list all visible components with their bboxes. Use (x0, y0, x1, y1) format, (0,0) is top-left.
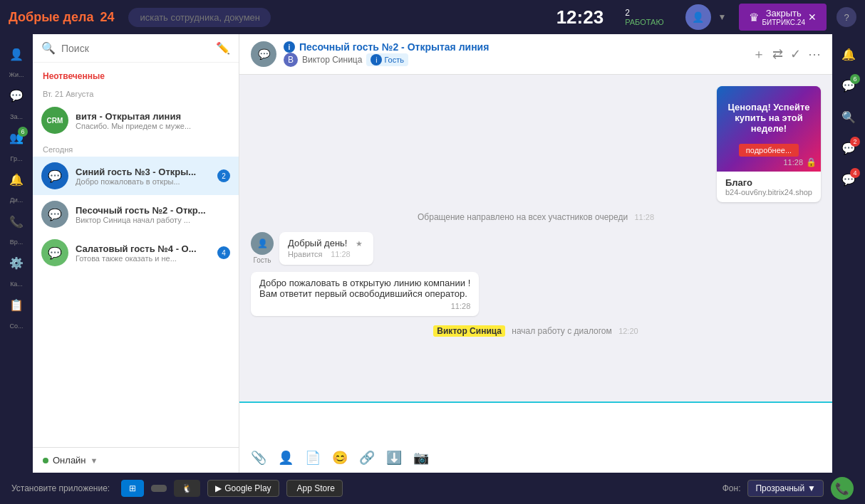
chat-preview-peschaniy: Виктор Синица начал работу ... (76, 216, 230, 224)
sidebar-item-users[interactable]: 👤 (4, 41, 29, 67)
link-card-body: Благо b24-ouv6ny.bitrix24.shop (717, 172, 821, 202)
chat-name-peschaniy: Песочный гость №2 - Откр... (76, 205, 230, 216)
sidebar-item-groups[interactable]: 👥 6 (4, 125, 29, 151)
bg-label: Фон: (722, 483, 741, 493)
chat-input-toolbar: 📎 👤 📄 😊 🔗 ⬇️ 📷 (251, 446, 821, 466)
chat-preview-vitya: Спасибо. Мы приедем с муже... (76, 122, 230, 130)
message-time-hello: 11:28 (331, 250, 351, 258)
sidebar-label-4: Ди... (10, 196, 24, 204)
app-store-button[interactable]: App Store (286, 480, 343, 497)
global-search-input[interactable] (128, 8, 271, 27)
system-message-operator: Виктор Синица начал работу с диалогом 12… (251, 323, 821, 339)
link-icon[interactable]: 🔗 (359, 450, 375, 466)
sidebar-label-5: Вр... (10, 238, 24, 246)
chat-info-salatoviy: Салатовый гость №4 - О... Готова также о… (76, 243, 210, 263)
right-icon-chat3[interactable]: 💬 4 (836, 167, 861, 192)
help-button[interactable]: ? (836, 7, 856, 27)
chat-preview-salatoviy: Готова также оказать и не... (76, 254, 210, 263)
right-sidebar: 🔔 💬 6 🔍 💬 2 💬 4 (832, 34, 865, 473)
right-badge-2: 2 (850, 137, 860, 147)
guest-info-icon: i (371, 54, 382, 65)
chat-header-actions: ＋ ⇄ ✓ ⋯ (752, 46, 821, 63)
guest-badge: i Гость (366, 53, 408, 66)
link-card-time: 11:28 (783, 158, 803, 167)
chat-item-peschaniy[interactable]: 💬 Песочный гость №2 - Откр... Виктор Син… (33, 195, 239, 233)
right-badge-6: 6 (850, 74, 860, 84)
messages-area: Ценопад! Успейте купить на этой неделе! … (239, 75, 832, 401)
chat-item-vitya[interactable]: CRM витя - Открытая линия Спасибо. Мы пр… (33, 101, 239, 140)
chat-name-vitya: витя - Открытая линия (76, 111, 230, 122)
guest-avatar: 👤 (251, 232, 274, 255)
chat-badge-salatoviy: 4 (217, 246, 230, 259)
download-icon[interactable]: ⬇️ (386, 450, 402, 466)
attach-icon[interactable]: 📎 (251, 450, 266, 466)
linux-app-button[interactable]: 🐧 (174, 480, 200, 497)
mac-app-button[interactable] (151, 485, 167, 492)
left-sidebar: 👤 Жи... 💬 За... 👥 6 Гр... 🔔 Ди... 📞 Вр..… (0, 34, 33, 473)
online-indicator (43, 458, 48, 463)
check-action-button[interactable]: ✓ (790, 46, 801, 62)
chat-main: 💬 i Песочный гость №2 - Открытая линия В… (239, 34, 832, 473)
message-link-card: Ценопад! Успейте купить на этой неделе! … (251, 86, 821, 202)
chat-item-salatoviy[interactable]: 💬 Салатовый гость №4 - О... Готова также… (33, 233, 239, 272)
new-chat-icon[interactable]: ✏️ (216, 41, 230, 55)
close-button[interactable]: ♛ Закрыть БИТРИКС.24 ✕ (739, 4, 827, 31)
guest-label: Гость (253, 256, 271, 264)
link-card-url: b24-ouv6ny.bitrix24.shop (725, 188, 812, 196)
google-play-button[interactable]: ▶ Google Play (207, 480, 279, 497)
sidebar-item-calls[interactable]: 📞 (4, 209, 29, 234)
chat-item-siniy[interactable]: 💬 Синий гость №3 - Откры... Добро пожало… (33, 157, 239, 195)
document-icon[interactable]: 📄 (305, 450, 321, 466)
online-label: Онлайн (53, 455, 86, 466)
chat-list-footer: Онлайн ▼ (33, 447, 239, 473)
sidebar-label-2: За... (10, 113, 23, 121)
right-icon-search[interactable]: 🔍 (836, 104, 861, 130)
chat-search-input[interactable] (61, 43, 210, 54)
avatar-dropdown[interactable]: ▼ (718, 12, 727, 22)
chat-info-siniy: Синий гость №3 - Откры... Добро пожалова… (76, 167, 210, 186)
add-action-button[interactable]: ＋ (752, 46, 765, 63)
link-card-image: Ценопад! Успейте купить на этой неделе! … (717, 86, 821, 172)
topbar: Добрые дела 24 12:23 2 РАБОТАЮ 👤 ▼ ♛ Зак… (0, 0, 865, 34)
groups-badge: 6 (18, 127, 28, 137)
chat-input-field[interactable] (251, 410, 821, 446)
camera-icon[interactable]: 📷 (413, 450, 429, 466)
sidebar-item-settings[interactable]: ⚙️ (4, 251, 29, 276)
bg-select[interactable]: Прозрачный ▼ (747, 480, 824, 497)
chat-header-title: i Песочный гость №2 - Открытая линия (284, 41, 745, 53)
more-action-button[interactable]: ⋯ (808, 46, 821, 62)
right-badge-4: 4 (850, 168, 860, 178)
unanswered-section-date: Вт. 21 Августа (33, 84, 239, 101)
sidebar-item-tasks[interactable]: 📋 (4, 293, 29, 318)
bottom-right: Фон: Прозрачный ▼ 📞 (722, 477, 854, 500)
bot-reply-bubble: Добро пожаловать в открытую линию компан… (251, 272, 479, 316)
user-avatar[interactable]: 👤 (685, 4, 711, 30)
message-guest-hello: 👤 Гость Добрый день! ★ Нравится 11:28 (251, 232, 821, 265)
emoji-icon[interactable]: 😊 (332, 450, 348, 466)
sidebar-item-notifications[interactable]: 🔔 (4, 167, 29, 192)
sidebar-label-6: Ка... (10, 280, 23, 288)
chat-avatar-salatoviy: 💬 (41, 239, 68, 266)
unanswered-section-label: Неотвеченные (33, 65, 239, 84)
chat-name-siniy: Синий гость №3 - Откры... (76, 167, 210, 177)
online-dropdown[interactable]: ▼ (90, 456, 98, 465)
forward-action-button[interactable]: ⇄ (772, 46, 783, 62)
phone-button[interactable]: 📞 (831, 477, 854, 500)
link-image-text: Ценопад! Успейте купить на этой неделе! (724, 102, 814, 134)
search-icon: 🔍 (41, 41, 56, 55)
app-logo: Добрые дела 24 (9, 10, 114, 25)
chat-info-vitya: витя - Открытая линия Спасибо. Мы приеде… (76, 111, 230, 130)
bot-reply-time: 11:28 (259, 302, 470, 310)
right-icon-chat1[interactable]: 💬 6 (836, 73, 861, 98)
chat-input-area: 📎 👤 📄 😊 🔗 ⬇️ 📷 (239, 401, 832, 473)
current-time: 12:23 (556, 6, 604, 28)
windows-app-button[interactable]: ⊞ (121, 480, 144, 497)
right-icon-chat2[interactable]: 💬 2 (836, 135, 861, 161)
right-icon-notifications[interactable]: 🔔 (836, 41, 861, 67)
mention-icon[interactable]: 👤 (278, 450, 294, 466)
sidebar-item-messages[interactable]: 💬 (4, 83, 29, 109)
install-label: Установите приложение: (11, 483, 110, 493)
guest-hello-content: Добрый день! ★ Нравится 11:28 (279, 232, 436, 265)
info-icon: i (284, 41, 295, 53)
chat-avatar-vitya: CRM (41, 107, 68, 134)
